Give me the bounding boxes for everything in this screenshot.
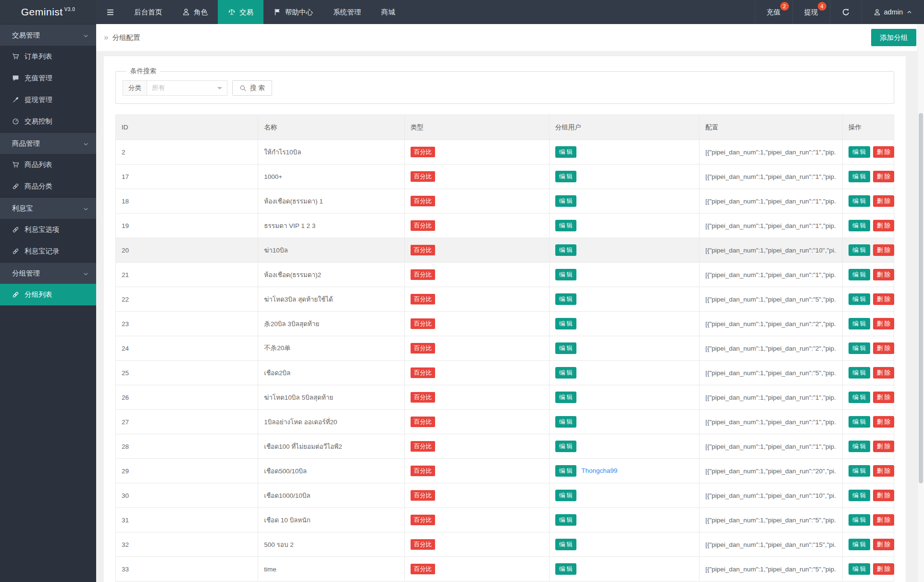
edit-button[interactable]: 编 辑 — [849, 195, 870, 207]
sidebar-item-goods-list[interactable]: 商品列表 — [0, 154, 96, 176]
edit-button[interactable]: 编 辑 — [849, 441, 870, 453]
delete-button[interactable]: 删 除 — [873, 318, 894, 330]
edit-users-button[interactable]: 编 辑 — [555, 244, 576, 256]
edit-button[interactable]: 编 辑 — [849, 367, 870, 379]
sidebar-group-label: 利息宝 — [12, 204, 33, 213]
cell-config: [{"pipei_dan_num":1,"pipei_dan_run":"10"… — [699, 238, 843, 263]
sidebar-item-label: 订单列表 — [25, 52, 52, 61]
delete-button[interactable]: 删 除 — [873, 220, 894, 232]
sidebar-group-goods-mgmt[interactable]: 商品管理 — [0, 132, 96, 154]
edit-users-button[interactable]: 编 辑 — [555, 392, 576, 404]
group-user-link[interactable]: Thongcha99 — [581, 467, 617, 474]
cell-name: 1000+ — [258, 164, 404, 189]
delete-button[interactable]: 删 除 — [873, 342, 894, 354]
delete-button[interactable]: 删 除 — [873, 195, 894, 207]
nav-item-roles[interactable]: 角色 — [172, 0, 218, 24]
edit-users-button[interactable]: 编 辑 — [555, 416, 576, 428]
edit-users-button[interactable]: 编 辑 — [555, 563, 576, 575]
edit-button[interactable]: 编 辑 — [849, 269, 870, 281]
edit-button[interactable]: 编 辑 — [849, 539, 870, 551]
cell-name: เชือด2บิล — [258, 361, 404, 385]
edit-button[interactable]: 编 辑 — [849, 514, 870, 526]
nav-item-label: 商城 — [381, 8, 395, 17]
delete-button[interactable]: 删 除 — [873, 392, 894, 404]
edit-users-button[interactable]: 编 辑 — [555, 146, 576, 158]
refresh-button[interactable] — [830, 0, 862, 24]
edit-button[interactable]: 编 辑 — [849, 563, 870, 575]
delete-button[interactable]: 删 除 — [873, 146, 894, 158]
edit-button[interactable]: 编 辑 — [849, 342, 870, 354]
refresh-icon — [842, 8, 850, 16]
sidebar-item-recharge-mgmt[interactable]: 充值管理 — [0, 67, 96, 89]
add-group-button[interactable]: 添加分组 — [871, 29, 916, 46]
scrollbar-thumb[interactable] — [919, 113, 923, 483]
sidebar-item-lixibao-options[interactable]: 利息宝选项 — [0, 219, 96, 240]
table-row: 23杀20บิล 3บิลสุดท้าย百分比编 辑[{"pipei_dan_n… — [116, 312, 894, 336]
edit-users-button[interactable]: 编 辑 — [555, 514, 576, 526]
edit-users-button[interactable]: 编 辑 — [555, 342, 576, 354]
delete-button[interactable]: 删 除 — [873, 563, 894, 575]
delete-button[interactable]: 删 除 — [873, 171, 894, 183]
nav-item-system[interactable]: 系统管理 — [323, 0, 371, 24]
edit-button[interactable]: 编 辑 — [849, 220, 870, 232]
delete-button[interactable]: 删 除 — [873, 269, 894, 281]
edit-users-button[interactable]: 编 辑 — [555, 269, 576, 281]
edit-users-button[interactable]: 编 辑 — [555, 220, 576, 232]
delete-button[interactable]: 删 除 — [873, 416, 894, 428]
recharge-badge: 2 — [780, 2, 789, 11]
edit-button[interactable]: 编 辑 — [849, 465, 870, 477]
sidebar-group-group-mgmt[interactable]: 分组管理 — [0, 262, 96, 284]
delete-button[interactable]: 删 除 — [873, 539, 894, 551]
edit-users-button[interactable]: 编 辑 — [555, 539, 576, 551]
delete-button[interactable]: 删 除 — [873, 490, 894, 502]
sidebar-item-goods-category[interactable]: 商品分类 — [0, 176, 96, 197]
edit-users-button[interactable]: 编 辑 — [555, 195, 576, 207]
delete-button[interactable]: 删 除 — [873, 367, 894, 379]
sidebar-item-group-list[interactable]: 分组列表 — [0, 284, 96, 305]
recharge-nav-item[interactable]: 充值 2 — [755, 0, 792, 24]
edit-button[interactable]: 编 辑 — [849, 171, 870, 183]
app-logo-text: Geminist — [21, 6, 63, 18]
edit-button[interactable]: 编 辑 — [849, 392, 870, 404]
edit-users-button[interactable]: 编 辑 — [555, 367, 576, 379]
nav-item-dashboard[interactable]: 后台首页 — [124, 0, 172, 24]
config-json-text: [{"pipei_dan_num":1,"pipei_dan_run":"5",… — [705, 517, 837, 524]
edit-button[interactable]: 编 辑 — [849, 416, 870, 428]
nav-item-mall[interactable]: 商城 — [371, 0, 405, 24]
delete-button[interactable]: 删 除 — [873, 465, 894, 477]
edit-users-button[interactable]: 编 辑 — [555, 171, 576, 183]
delete-button[interactable]: 删 除 — [873, 514, 894, 526]
edit-button[interactable]: 编 辑 — [849, 318, 870, 330]
edit-users-button[interactable]: 编 辑 — [555, 490, 576, 502]
sidebar-group-trade-mgmt[interactable]: 交易管理 — [0, 24, 96, 46]
withdraw-nav-item[interactable]: 提现 4 — [792, 0, 830, 24]
delete-button[interactable]: 删 除 — [873, 441, 894, 453]
config-json-text: [{"pipei_dan_num":1,"pipei_dan_run":"2",… — [705, 345, 837, 352]
edit-users-button[interactable]: 编 辑 — [555, 441, 576, 453]
edit-users-button[interactable]: 编 辑 — [555, 465, 576, 477]
sidebar-group-label: 商品管理 — [12, 139, 40, 148]
sidebar-group-lixibao[interactable]: 利息宝 — [0, 197, 96, 219]
cell-actions: 编 辑删 除 — [843, 214, 894, 238]
edit-button[interactable]: 编 辑 — [849, 293, 870, 305]
sidebar-item-trade-control[interactable]: 交易控制 — [0, 111, 96, 132]
sidebar-item-order-list[interactable]: 订单列表 — [0, 46, 96, 67]
search-button[interactable]: 搜 索 — [232, 80, 272, 96]
edit-button[interactable]: 编 辑 — [849, 490, 870, 502]
nav-item-label: 后台首页 — [134, 8, 162, 17]
sidebar-item-lixibao-records[interactable]: 利息宝记录 — [0, 240, 96, 262]
category-select[interactable]: 所有 — [147, 80, 227, 96]
sidebar-toggle-button[interactable] — [96, 0, 124, 24]
nav-item-trade[interactable]: 交易 — [218, 0, 263, 24]
edit-users-button[interactable]: 编 辑 — [555, 293, 576, 305]
scrollbar-track[interactable] — [917, 24, 924, 582]
edit-button[interactable]: 编 辑 — [849, 244, 870, 256]
delete-button[interactable]: 删 除 — [873, 293, 894, 305]
edit-users-button[interactable]: 编 辑 — [555, 318, 576, 330]
delete-button[interactable]: 删 除 — [873, 244, 894, 256]
user-menu[interactable]: admin — [862, 0, 924, 24]
table-row: 2ให้กำไร10บิล百分比编 辑[{"pipei_dan_num":1,"… — [116, 140, 894, 164]
edit-button[interactable]: 编 辑 — [849, 146, 870, 158]
nav-item-help-center[interactable]: 帮助中心 — [263, 0, 323, 24]
sidebar-item-withdraw-mgmt[interactable]: 提现管理 — [0, 89, 96, 111]
